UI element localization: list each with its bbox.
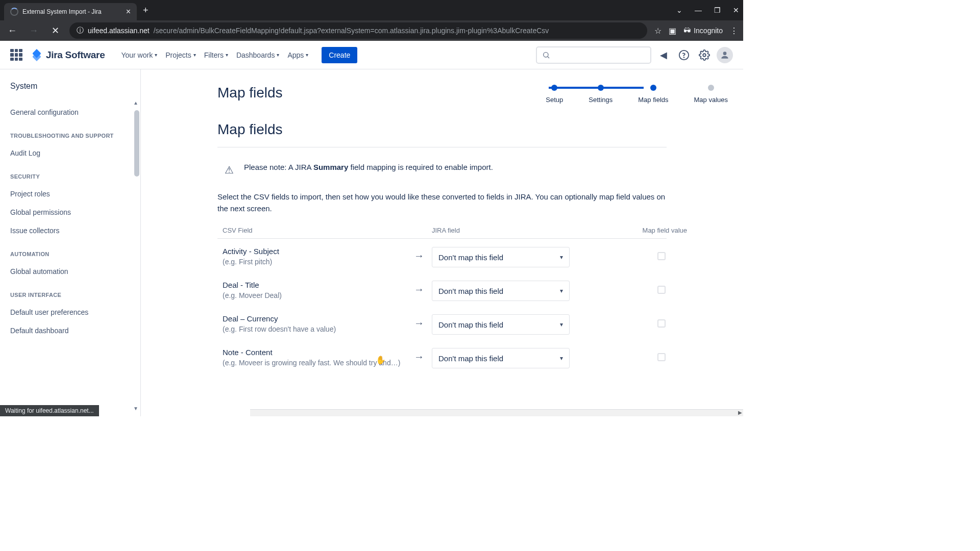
svg-point-4: [703, 54, 706, 57]
chevron-down-icon[interactable]: ⌄: [676, 6, 682, 14]
stop-reload-button[interactable]: ✕: [48, 25, 62, 36]
notice-banner: ⚠ Please note: A JIRA Summary field mapp…: [217, 163, 667, 176]
wizard-dot-icon: [708, 85, 714, 91]
sidebar-link[interactable]: Global automation: [10, 262, 136, 281]
map-value-checkbox[interactable]: [657, 286, 666, 294]
site-info-icon[interactable]: ⓘ: [77, 26, 84, 35]
wizard-step[interactable]: Map values: [694, 85, 728, 104]
field-mapping-row: Activity - Subject(e.g. First pitch)→Don…: [217, 239, 667, 272]
horizontal-scrollbar[interactable]: ▶: [250, 409, 743, 416]
avatar[interactable]: [717, 47, 733, 63]
jira-field-select[interactable]: Don't map this field▾: [432, 281, 570, 301]
incognito-icon: 🕶: [683, 27, 691, 35]
map-value-checkbox[interactable]: [657, 353, 666, 361]
close-tab-icon[interactable]: ×: [126, 7, 131, 16]
wizard-step[interactable]: Settings: [589, 85, 612, 104]
chevron-down-icon: ▾: [277, 52, 279, 58]
help-icon[interactable]: [676, 47, 692, 63]
field-mapping-row: Note - Content(e.g. Moveer is growing re…: [217, 340, 667, 373]
browser-tab-strip: External System Import - Jira × + ⌄ ― ❐ …: [0, 0, 743, 20]
url-path: /secure/admin/BulkCreateFieldMapping!def…: [154, 27, 549, 35]
arrow-right-icon: →: [406, 348, 432, 363]
jira-field-select[interactable]: Don't map this field▾: [432, 348, 570, 368]
bookmark-icon[interactable]: ☆: [654, 26, 662, 36]
menu-icon[interactable]: ⋮: [730, 26, 738, 36]
settings-icon[interactable]: [696, 47, 713, 63]
col-header-jira: JIRA field: [432, 227, 636, 234]
instruction-text: Select the CSV fields to import, then se…: [217, 191, 667, 214]
scroll-down-icon[interactable]: ▼: [133, 406, 138, 411]
admin-sidebar: System General configuration TROUBLESHOO…: [0, 69, 141, 416]
wizard-step[interactable]: Setup: [546, 85, 563, 104]
notice-text: Please note: A JIRA Summary field mappin…: [244, 163, 493, 171]
field-mapping-row: Deal – Currency(e.g. First row doesn't h…: [217, 306, 667, 340]
browser-status-bar: Waiting for uifeed.atlassian.net...: [0, 405, 99, 416]
nav-item-your-work[interactable]: Your work▾: [117, 48, 161, 62]
sidebar-section-heading: SECURITY: [10, 173, 136, 180]
jira-icon: [31, 49, 43, 61]
nav-item-dashboards[interactable]: Dashboards▾: [232, 48, 284, 62]
chevron-down-icon: ▾: [226, 52, 228, 58]
csv-field-name: Note - Content: [223, 348, 406, 357]
sidebar-section-heading: TROUBLESHOOTING AND SUPPORT: [10, 133, 136, 139]
sidebar-link[interactable]: Default dashboard: [10, 321, 136, 340]
nav-item-apps[interactable]: Apps▾: [283, 48, 312, 62]
new-tab-button[interactable]: +: [137, 5, 155, 16]
svg-point-3: [684, 57, 684, 58]
wizard-step-label: Settings: [589, 96, 612, 104]
url-host: uifeed.atlassian.net: [88, 27, 150, 35]
tab-title: External System Import - Jira: [22, 8, 102, 15]
jira-field-select[interactable]: Don't map this field▾: [432, 314, 570, 335]
back-button[interactable]: ←: [5, 26, 19, 36]
csv-field-example: (e.g. Moveer Deal): [223, 291, 406, 299]
extensions-icon[interactable]: ▣: [669, 26, 676, 36]
scroll-up-icon[interactable]: ▲: [133, 100, 138, 106]
csv-field-name: Deal - Title: [223, 281, 406, 289]
sidebar-heading: System: [10, 82, 136, 91]
jira-logo[interactable]: Jira Software: [31, 49, 105, 61]
search-input[interactable]: [536, 46, 651, 64]
chevron-down-icon: ▾: [306, 52, 308, 58]
browser-tab[interactable]: External System Import - Jira ×: [4, 3, 137, 20]
arrow-right-icon: →: [406, 247, 432, 262]
sidebar-link[interactable]: Global permissions: [10, 203, 136, 221]
wizard-dot-icon: [650, 85, 656, 91]
nav-item-filters[interactable]: Filters▾: [200, 48, 232, 62]
sidebar-link[interactable]: Issue collectors: [10, 221, 136, 240]
map-value-checkbox[interactable]: [657, 319, 666, 328]
csv-field-example: (e.g. Moveer is growing really fast. We …: [223, 359, 406, 367]
sidebar-link[interactable]: Audit Log: [10, 144, 136, 162]
sidebar-link[interactable]: Default user preferences: [10, 303, 136, 321]
nav-item-projects[interactable]: Projects▾: [161, 48, 200, 62]
csv-field-name: Deal – Currency: [223, 314, 406, 323]
incognito-badge[interactable]: 🕶 Incognito: [683, 27, 723, 35]
wizard-step-label: Map values: [694, 96, 728, 104]
arrow-right-icon: →: [406, 281, 432, 295]
address-bar[interactable]: ⓘ uifeed.atlassian.net/secure/admin/Bulk…: [69, 22, 647, 39]
jira-field-select[interactable]: Don't map this field▾: [432, 247, 570, 267]
minimize-icon[interactable]: ―: [695, 6, 702, 14]
search-icon: [542, 51, 550, 59]
notifications-icon[interactable]: ◀: [655, 47, 672, 63]
scroll-right-icon[interactable]: ▶: [738, 410, 742, 415]
sidebar-scrollbar[interactable]: [134, 110, 139, 177]
warning-icon: ⚠: [225, 164, 234, 176]
sidebar-link-general[interactable]: General configuration: [10, 103, 136, 121]
chevron-down-icon: ▾: [155, 52, 157, 58]
wizard-step[interactable]: Map fields: [638, 85, 668, 104]
csv-field-example: (e.g. First pitch): [223, 258, 406, 266]
maximize-icon[interactable]: ❐: [714, 6, 721, 14]
close-window-icon[interactable]: ✕: [733, 6, 739, 14]
forward-button: →: [27, 26, 41, 36]
svg-line-1: [548, 56, 549, 58]
chevron-down-icon: ▾: [560, 355, 563, 362]
field-mapping-row: Deal - Title(e.g. Moveer Deal)→Don't map…: [217, 272, 667, 306]
field-mapping-table: CSV Field JIRA field Map field value Act…: [217, 222, 667, 373]
jira-logo-text: Jira Software: [46, 49, 105, 61]
create-button[interactable]: Create: [322, 47, 357, 63]
sidebar-link[interactable]: Project roles: [10, 185, 136, 203]
browser-toolbar: ← → ✕ ⓘ uifeed.atlassian.net/secure/admi…: [0, 20, 743, 41]
map-value-checkbox[interactable]: [657, 252, 666, 260]
app-switcher-icon[interactable]: [10, 49, 22, 61]
col-header-csv: CSV Field: [223, 227, 406, 234]
